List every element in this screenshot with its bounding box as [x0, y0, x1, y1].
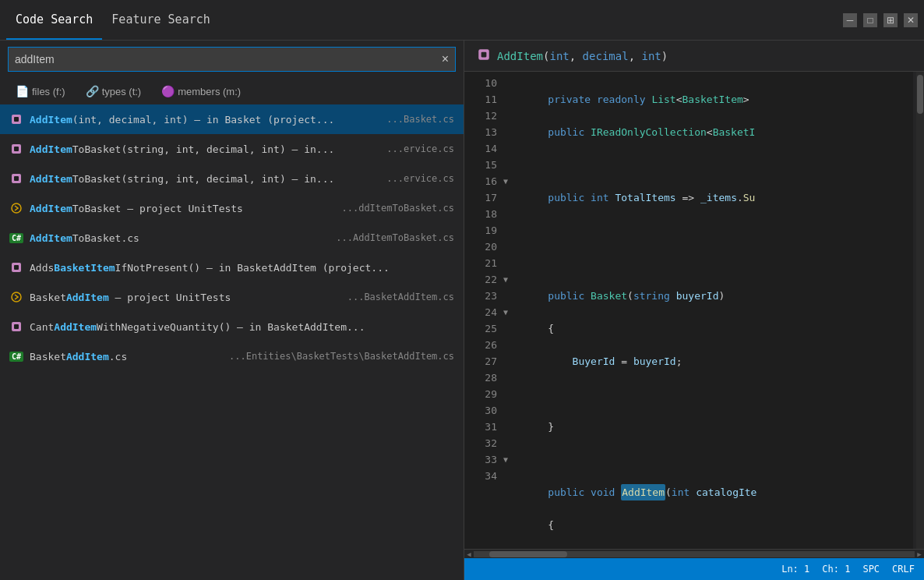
csharp-icon: C#	[9, 231, 23, 245]
result-suffix: IfNotPresent() — in BasketAddItem (proje…	[115, 262, 390, 274]
status-encoding: SPC	[862, 564, 880, 575]
status-line-ending: CRLF	[892, 564, 915, 575]
file-icon: 📄	[16, 85, 29, 97]
vertical-scrollbar[interactable]	[913, 72, 924, 549]
scroll-left-button[interactable]: ◀	[464, 550, 474, 558]
code-line	[524, 255, 913, 271]
line-num: 12	[471, 108, 497, 124]
search-box: ×	[8, 47, 456, 72]
code-header-icon	[477, 48, 491, 65]
code-line	[524, 222, 913, 239]
scroll-track[interactable]	[474, 551, 915, 557]
list-item[interactable]: AddItemToBasket — project UnitTests ...d…	[0, 193, 464, 223]
close-button[interactable]: ✕	[904, 13, 918, 27]
tab-code-search-label: Code Search	[16, 12, 93, 27]
svg-rect-8	[14, 265, 19, 270]
code-line	[524, 451, 913, 468]
code-line: public IReadOnlyCollection<BasketI	[524, 124, 913, 140]
code-area[interactable]: 10 11 12 13 14 15 16 17 18 19 20 21 22 2…	[464, 72, 924, 549]
result-suffix: — project UnitTests	[109, 292, 231, 303]
result-filename: ...ervice.cs	[386, 173, 454, 184]
members-icon: 🟣	[161, 85, 175, 97]
line-numbers: 10 11 12 13 14 15 16 17 18 19 20 21 22 2…	[464, 72, 503, 549]
code-line	[524, 157, 913, 173]
highlight-text: AddItem	[66, 351, 109, 362]
line-num: 30	[471, 402, 497, 419]
wrench-icon	[9, 290, 23, 304]
svg-rect-5	[14, 176, 19, 181]
filter-files-button[interactable]: 📄 files (f:)	[8, 83, 73, 100]
filter-types-button[interactable]: 🔗 types (t:)	[78, 83, 150, 100]
search-input[interactable]	[15, 53, 442, 65]
line-num: 17	[471, 189, 497, 206]
svg-rect-3	[14, 147, 19, 151]
list-item[interactable]: AddsBasketItemIfNotPresent() — in Basket…	[0, 253, 464, 282]
highlight-text: AddItem	[30, 203, 72, 214]
highlight-text: AddItem	[54, 321, 97, 333]
cube-icon	[9, 260, 23, 274]
line-num: 13	[471, 124, 497, 140]
code-line: public void AddItem(int catalogIte	[524, 484, 913, 500]
minimize-button[interactable]: ─	[843, 13, 857, 27]
bottom-scrollbar[interactable]: ◀ ▶	[464, 549, 924, 558]
highlight-text: AddItem	[30, 232, 72, 244]
result-text: BasketAddItem.cs	[30, 351, 223, 362]
restore-button[interactable]: □	[863, 13, 877, 27]
svg-rect-13	[481, 51, 487, 57]
cube-icon	[9, 112, 23, 126]
line-num: 28	[471, 370, 497, 386]
split-button[interactable]: ⊞	[883, 13, 898, 27]
line-num: 33	[471, 451, 497, 468]
result-prefix: Adds	[30, 262, 54, 274]
line-num: 34	[471, 468, 497, 484]
code-line: public int TotalItems => _items.Su	[524, 189, 913, 206]
highlight-text: AddItem	[30, 173, 72, 185]
line-num: 15	[471, 157, 497, 173]
cube-icon	[9, 142, 23, 156]
line-num: 32	[471, 435, 497, 451]
status-ln: Ln: 1	[781, 564, 809, 575]
result-text: BasketAddItem — project UnitTests	[30, 292, 341, 303]
line-num: 19	[471, 222, 497, 239]
line-num: 21	[471, 255, 497, 271]
list-item[interactable]: CantAddItemWithNegativeQuantity() — in B…	[0, 312, 464, 341]
line-num: 10	[471, 75, 497, 91]
result-filename: ...ervice.cs	[386, 143, 454, 154]
code-content: private readonly List<BasketItem> public…	[517, 72, 913, 549]
result-suffix: WithNegativeQuantity() — in BasketAddIte…	[97, 321, 365, 333]
list-item[interactable]: AddItem(int, decimal, int) — in Basket (…	[0, 104, 464, 134]
right-panel: AddItem(int, decimal, int) 10 11 12 13 1…	[464, 41, 924, 580]
scroll-right-button[interactable]: ▶	[915, 550, 924, 558]
line-num: 23	[471, 288, 497, 304]
line-num: 25	[471, 320, 497, 337]
code-line: {	[524, 517, 913, 533]
tab-feature-search[interactable]: Feature Search	[102, 0, 219, 40]
code-line: {	[524, 320, 913, 337]
list-item[interactable]: BasketAddItem — project UnitTests ...Bas…	[0, 282, 464, 312]
left-panel: × 📄 files (f:) 🔗 types (t:) 🟣 members (m…	[0, 41, 464, 580]
result-suffix: .cs	[109, 351, 127, 362]
list-item[interactable]: C# AddItemToBasket.cs ...AddItemToBasket…	[0, 223, 464, 253]
result-suffix: ToBasket(string, int, decimal, int) — in…	[72, 173, 335, 185]
search-clear-button[interactable]: ×	[442, 52, 449, 66]
code-line: }	[524, 419, 913, 435]
line-num: 11	[471, 91, 497, 108]
svg-point-9	[12, 292, 21, 302]
filter-members-button[interactable]: 🟣 members (m:)	[153, 83, 249, 100]
list-item[interactable]: C# BasketAddItem.cs ...Entities\BasketTe…	[0, 341, 464, 371]
scroll-thumb[interactable]	[489, 551, 567, 557]
main-layout: × 📄 files (f:) 🔗 types (t:) 🟣 members (m…	[0, 41, 924, 580]
list-item[interactable]: AddItemToBasket(string, int, decimal, in…	[0, 164, 464, 193]
svg-rect-11	[14, 324, 19, 329]
code-header-title: AddItem(int, decimal, int)	[497, 50, 668, 62]
result-text: AddItemToBasket.cs	[30, 232, 330, 244]
highlight-text: AddItem	[30, 143, 72, 155]
result-prefix: Basket	[30, 292, 66, 303]
results-list[interactable]: AddItem(int, decimal, int) — in Basket (…	[0, 104, 464, 580]
svg-rect-1	[14, 117, 19, 122]
code-header: AddItem(int, decimal, int)	[464, 41, 924, 72]
tab-code-search[interactable]: Code Search	[6, 0, 102, 40]
result-text: CantAddItemWithNegativeQuantity() — in B…	[30, 321, 448, 333]
cube-icon	[9, 172, 23, 186]
list-item[interactable]: AddItemToBasket(string, int, decimal, in…	[0, 134, 464, 164]
